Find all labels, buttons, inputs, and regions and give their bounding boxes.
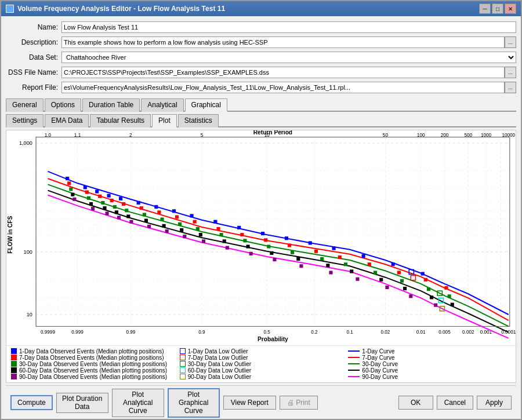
tab-general[interactable]: General [6, 98, 44, 112]
legend-label-30day-curve: 30-Day Curve [362, 361, 398, 367]
dataset-select-wrapper: Chattahoochee River [61, 52, 516, 63]
legend-icon-7day-curve [348, 357, 360, 358]
description-row: Description: ... [6, 36, 516, 49]
svg-rect-129 [403, 287, 407, 290]
svg-rect-103 [220, 233, 223, 236]
svg-text:1,000: 1,000 [19, 140, 32, 146]
minimize-button[interactable]: ─ [479, 3, 491, 14]
svg-text:Probability: Probability [258, 336, 288, 342]
legend-item-60day-observed: 60-Day Data Observed Events (Median plot… [11, 367, 174, 374]
name-row: Name: [6, 21, 516, 34]
legend-item-1day-observed: 1-Day Data Observed Events (Median plott… [11, 348, 174, 355]
compute-button[interactable]: Compute [10, 395, 53, 410]
svg-rect-95 [87, 196, 90, 200]
sub-tab-tabular-results[interactable]: Tabular Results [90, 114, 151, 127]
svg-rect-132 [72, 198, 76, 201]
svg-rect-126 [326, 264, 329, 267]
plot-duration-data-button[interactable]: Plot DurationData [56, 393, 108, 413]
sub-tab-bar: Settings EMA Data Tabular Results Plot S… [6, 114, 516, 127]
legend-icon-60day-obs [11, 367, 17, 373]
name-input[interactable] [61, 21, 516, 33]
svg-rect-123 [246, 245, 249, 249]
plot-graphical-curve-button[interactable]: Plot GraphicalCurve [168, 388, 220, 418]
tab-duration-table[interactable]: Duration Table [82, 98, 140, 112]
legend-col-2: 1-Day Data Low Outlier 7-Day Data Low Ou… [180, 348, 343, 380]
plot-analytical-curve-button[interactable]: Plot AnalyticalCurve [112, 389, 164, 417]
svg-text:0.002: 0.002 [462, 330, 474, 335]
description-browse-button[interactable]: ... [505, 36, 516, 48]
apply-button[interactable]: Apply [477, 396, 512, 410]
sub-tab-plot[interactable]: Plot [152, 114, 177, 127]
svg-rect-149 [434, 304, 437, 307]
svg-rect-105 [267, 245, 270, 249]
svg-text:0.1: 0.1 [346, 330, 353, 335]
tab-options[interactable]: Options [45, 98, 81, 112]
description-input[interactable] [61, 36, 505, 48]
chart-svg: 1,000 100 10 1.0 1.1 2 5 10 50 100 200 5… [6, 130, 516, 345]
svg-rect-137 [147, 225, 151, 228]
svg-text:0.01: 0.01 [416, 330, 426, 335]
svg-rect-122 [223, 239, 226, 243]
svg-text:100: 100 [24, 249, 32, 255]
legend-col-3: 1-Day Curve 7-Day Curve 30-Day Curve 60-… [348, 348, 511, 380]
svg-rect-139 [183, 235, 186, 238]
svg-text:0.99: 0.99 [126, 330, 135, 335]
dss-input[interactable] [61, 67, 505, 78]
svg-rect-117 [126, 214, 130, 218]
svg-rect-138 [165, 229, 169, 233]
maximize-button[interactable]: □ [492, 3, 503, 14]
svg-rect-86 [264, 238, 267, 242]
svg-rect-135 [117, 216, 121, 219]
legend-area: 1-Day Data Observed Events (Median plott… [6, 345, 516, 382]
svg-rect-60 [107, 194, 111, 198]
cancel-button[interactable]: Cancel [437, 396, 473, 410]
svg-rect-80 [140, 206, 143, 210]
print-button[interactable]: 🖨 Print [280, 396, 318, 410]
close-button[interactable]: ✕ [505, 3, 516, 14]
svg-rect-114 [89, 202, 93, 206]
sub-tab-ema-data[interactable]: EMA Data [45, 114, 89, 127]
legend-icon-60day-curve [348, 370, 360, 371]
svg-rect-125 [296, 257, 300, 261]
legend-item-1day-curve: 1-Day Curve [348, 348, 511, 355]
name-label: Name: [6, 23, 58, 31]
bottom-button-bar: Compute Plot DurationData Plot Analytica… [6, 385, 516, 420]
tab-analytical[interactable]: Analytical [141, 98, 183, 112]
svg-rect-104 [243, 239, 246, 242]
view-report-button[interactable]: View Report [223, 396, 276, 410]
dss-field-wrapper: ... [61, 67, 516, 78]
svg-rect-144 [299, 264, 303, 268]
dss-browse-button[interactable]: ... [505, 67, 516, 78]
svg-rect-100 [160, 218, 164, 221]
svg-rect-66 [213, 220, 217, 224]
main-tab-bar: General Options Duration Table Analytica… [6, 98, 516, 112]
legend-icon-1day-obs [11, 348, 17, 354]
legend-icon-1day-curve [348, 350, 360, 352]
legend-label-7day-outlier: 7-Day Data Low Outlier [188, 355, 248, 361]
svg-rect-59 [95, 190, 99, 193]
svg-rect-128 [379, 278, 383, 282]
svg-rect-118 [144, 219, 148, 222]
svg-text:Return Period: Return Period [253, 130, 292, 136]
ok-button[interactable]: OK [398, 396, 433, 410]
sub-tab-statistics[interactable]: Statistics [178, 114, 219, 127]
svg-rect-107 [320, 257, 324, 261]
legend-label-60day-outlier: 60-Day Data Low Outlier [188, 367, 252, 374]
legend-label-30day-outlier: 30-Day Data Low Outlier [188, 361, 252, 367]
legend-label-7day-obs: 7-Day Data Observed Events (Median plott… [19, 355, 164, 361]
svg-rect-88 [314, 250, 318, 253]
svg-rect-85 [240, 233, 244, 236]
svg-rect-63 [154, 205, 158, 209]
report-browse-button[interactable]: ... [505, 82, 516, 93]
svg-rect-130 [430, 295, 433, 299]
svg-rect-106 [291, 251, 294, 254]
sub-tab-settings[interactable]: Settings [6, 114, 44, 127]
svg-rect-120 [180, 228, 183, 232]
report-input[interactable] [61, 82, 505, 93]
dss-row: DSS File Name: ... [6, 66, 516, 79]
report-label: Report File: [6, 83, 58, 92]
svg-rect-108 [344, 262, 347, 266]
dataset-select[interactable]: Chattahoochee River [61, 52, 516, 63]
svg-rect-73 [392, 262, 395, 266]
tab-graphical[interactable]: Graphical [185, 98, 227, 112]
